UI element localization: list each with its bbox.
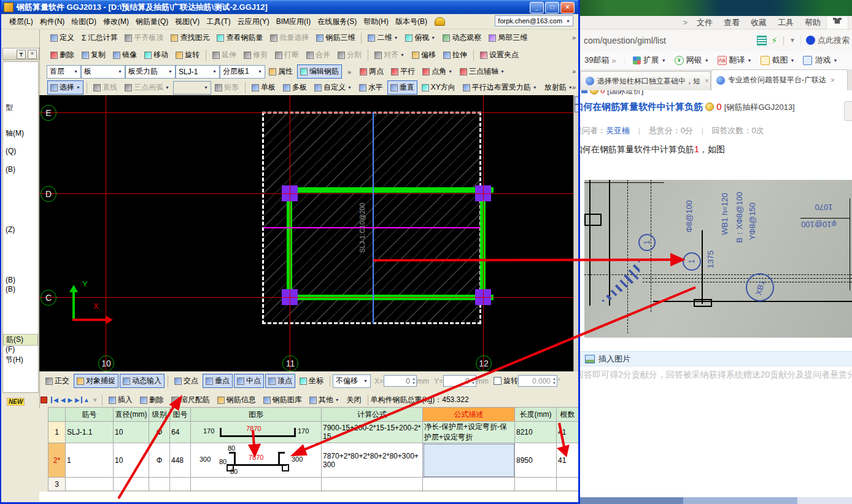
nav-item[interactable]: 型: [3, 103, 38, 113]
arc-style-select[interactable]: ▼: [173, 81, 211, 95]
cell-length[interactable]: 8950: [515, 443, 557, 478]
properties-button[interactable]: 属性: [266, 64, 296, 79]
table-row-empty[interactable]: 3: [48, 478, 579, 491]
perpendicular-snap-button[interactable]: 垂点: [203, 374, 233, 388]
insert-image-label[interactable]: 插入图片: [598, 354, 630, 365]
intersection-snap-button[interactable]: 交点: [171, 374, 201, 388]
cell-diameter[interactable]: 10: [114, 443, 149, 478]
col-header[interactable]: 根数: [557, 408, 579, 422]
browser-menu-view[interactable]: 查看: [718, 16, 745, 29]
scale-rebar-button[interactable]: 缩尺配筋: [168, 393, 213, 407]
next-record-button[interactable]: ▶: [66, 397, 74, 403]
horizontal-button[interactable]: 水平: [356, 80, 386, 95]
account-combobox[interactable]: forpk.chen@163.com ▼: [495, 15, 573, 26]
midpoint-snap-button[interactable]: 中点: [234, 374, 264, 388]
spinner-icons[interactable]: ▲▼: [552, 377, 556, 386]
xy-direction-button[interactable]: XY方向: [419, 80, 459, 95]
tab-close-icon[interactable]: ×: [829, 76, 835, 85]
col-header[interactable]: 筋号: [66, 408, 114, 422]
rebar-info-button[interactable]: 钢筋信息: [214, 393, 259, 407]
browser-menu-tools[interactable]: 工具: [772, 16, 799, 29]
arc-3pt-dropdown[interactable]: 三点画弧▼: [122, 80, 172, 95]
qr-code-icon[interactable]: [757, 36, 767, 45]
col-header[interactable]: 长度(mm): [515, 408, 557, 422]
two-point-button[interactable]: 两点: [357, 64, 387, 79]
spinner-icons[interactable]: ▲▼: [412, 377, 416, 386]
cell-grade[interactable]: Φ: [149, 422, 170, 443]
single-slab-button[interactable]: 单板: [249, 80, 279, 95]
rebar-name-select[interactable]: SLJ-1▼: [176, 65, 220, 79]
minimize-button[interactable]: _: [530, 2, 544, 14]
menu-floor[interactable]: 楼层(L): [6, 15, 36, 29]
search-box[interactable]: 点此搜索: [800, 35, 850, 46]
layer-select[interactable]: 分层板1▼: [220, 65, 265, 79]
orbit-button[interactable]: 动态观察: [440, 31, 484, 45]
nav-item[interactable]: (Z): [3, 225, 38, 234]
url-input[interactable]: com/question/giml/list: [580, 36, 666, 45]
floor-select[interactable]: 首层▼: [47, 65, 81, 79]
nav-item[interactable]: (B): [3, 276, 38, 284]
row-number[interactable]: 2*: [48, 443, 66, 478]
cell-desc-selected[interactable]: [423, 443, 515, 478]
find-element-button[interactable]: 查找图元: [168, 31, 212, 45]
extend-button[interactable]: 延伸: [209, 48, 239, 62]
browser-menu-help[interactable]: 帮助: [799, 16, 826, 29]
col-header[interactable]: 直径(mm): [114, 408, 149, 422]
view-rebar-button[interactable]: 查看钢筋量: [214, 31, 266, 45]
define-button[interactable]: 定义: [47, 31, 77, 45]
cell-diameter[interactable]: 10: [114, 422, 149, 443]
delete-button[interactable]: 删除: [47, 48, 77, 62]
cell-formula[interactable]: 7870+2*80+2*80+2*80+300+300: [322, 443, 423, 478]
split-button[interactable]: 分割: [335, 48, 365, 62]
col-header[interactable]: 级别: [149, 408, 170, 422]
bookmark-extensions[interactable]: 扩展▼: [629, 55, 670, 66]
bookmark-bank[interactable]: ¥网银▼: [670, 55, 713, 66]
menu-cloud[interactable]: 云应用(Y): [234, 15, 273, 29]
stretch-button[interactable]: 拉伸: [440, 48, 470, 62]
ortho-button[interactable]: 正交: [42, 374, 72, 388]
asker-name[interactable]: 吴亚楠: [606, 126, 630, 135]
toolbar3-more[interactable]: »: [347, 68, 351, 76]
break-button[interactable]: 打断: [272, 48, 302, 62]
view-2d-dropdown[interactable]: 二维▼: [365, 31, 401, 45]
toolbar3-overflow[interactable]: »: [572, 68, 576, 75]
menu-online[interactable]: 在线服务(S): [314, 15, 360, 29]
insert-row-button[interactable]: 插入: [106, 393, 136, 407]
custom-dropdown[interactable]: 自定义▼: [311, 80, 355, 95]
cell-qty[interactable]: 41: [557, 443, 579, 478]
col-header[interactable]: 计算公式: [322, 408, 423, 422]
close-button[interactable]: ×: [560, 2, 575, 14]
insert-image-bar[interactable]: 插入图片: [580, 351, 852, 366]
mirror-button[interactable]: 镜像: [110, 48, 140, 62]
cell-name[interactable]: SLJ-1.1: [66, 422, 114, 443]
blueprint-photo[interactable]: Φ8@100 1375 WB1 h=120 B：XΦ8@100 YΦ8@150 …: [584, 180, 852, 338]
first-record-button[interactable]: ◀: [51, 397, 60, 403]
move-down-button[interactable]: ▼: [91, 397, 99, 403]
multi-slab-button[interactable]: 多板: [280, 80, 310, 95]
tab-close-icon[interactable]: ×: [703, 77, 709, 85]
summary-calc-button[interactable]: Σ汇总计算: [79, 31, 120, 45]
row-number[interactable]: 3: [48, 478, 66, 491]
bookmark-screenshot[interactable]: 截图▼: [756, 55, 799, 66]
cell-fig[interactable]: 448: [170, 443, 191, 478]
browser-menu-file[interactable]: 文件: [691, 16, 718, 29]
cell-grade[interactable]: Φ: [149, 443, 170, 478]
rebar-top[interactable]: [285, 187, 494, 193]
toolbar1-more[interactable]: »: [572, 34, 576, 41]
merge-button[interactable]: 合并: [303, 48, 333, 62]
last-record-button[interactable]: ▶: [74, 397, 82, 403]
edit-rebar-button[interactable]: 编辑钢筋: [297, 64, 342, 79]
angle-input[interactable]: 0.000▲▼: [518, 375, 557, 387]
bookmark-games[interactable]: 游戏▼: [799, 55, 842, 66]
col-header[interactable]: 图形: [191, 408, 322, 422]
rebar-3d-button[interactable]: 钢筋三维: [313, 31, 358, 45]
copy-button[interactable]: 复制: [79, 48, 109, 62]
cell-length[interactable]: 8210: [515, 422, 557, 443]
move-up-button[interactable]: ▲: [82, 397, 91, 403]
coordinate-button[interactable]: 坐标: [296, 374, 327, 388]
table-row-active[interactable]: 2* 1 10 Φ 448 300 80 80 80: [48, 443, 579, 478]
cell-shape[interactable]: 300 80 80 80 7870 300: [191, 443, 322, 478]
answer-placeholder[interactable]: 回答即可得2分贡献分，回答被采纳获得系统赠送20贡献分及提问者悬赏分...: [580, 370, 848, 381]
menu-bim[interactable]: BIM应用(I): [273, 15, 314, 29]
rotate-button[interactable]: 旋转: [172, 48, 203, 62]
